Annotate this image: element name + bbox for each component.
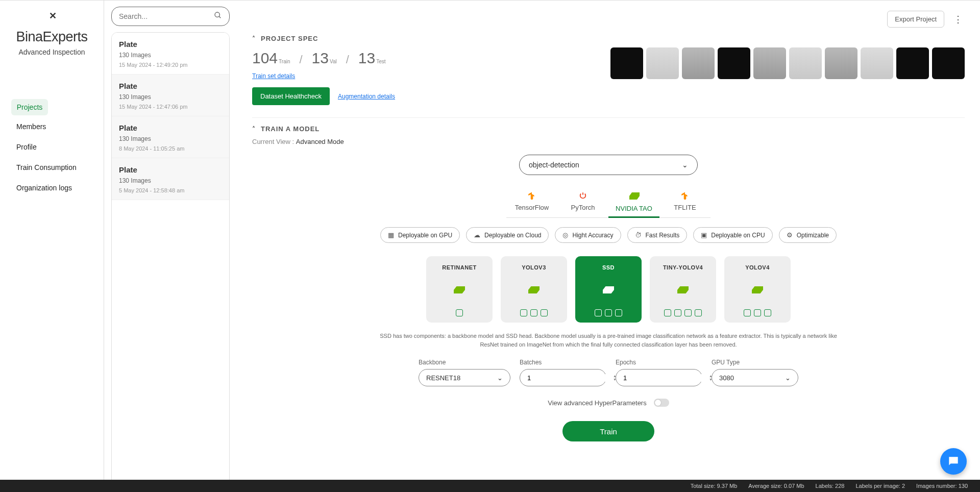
batches-input[interactable]: ▲▼ xyxy=(520,369,606,386)
project-date: 15 May 2024 - 12:47:06 pm xyxy=(119,104,222,110)
thumbnail[interactable] xyxy=(682,47,715,79)
primary-nav: ProjectsMembersProfileTrain ConsumptionO… xyxy=(0,97,104,199)
footer-labels: Labels: 228 xyxy=(816,483,845,489)
nav-item-projects[interactable]: Projects xyxy=(11,99,48,115)
project-date: 8 May 2024 - 11:05:25 am xyxy=(119,145,222,152)
model-name: RETINANET xyxy=(442,264,476,270)
framework-tab-nvidia-tao[interactable]: NVIDIA TAO xyxy=(608,187,659,217)
epochs-input[interactable]: ▲▼ xyxy=(616,369,702,386)
thumbnail[interactable] xyxy=(610,47,643,79)
project-title: Plate xyxy=(119,40,222,48)
advanced-hyperparams-toggle[interactable] xyxy=(654,399,669,407)
chip-deployable-on-cpu[interactable]: ▣Deployable on CPU xyxy=(693,227,772,243)
section-project-spec-head[interactable]: ˄ PROJECT SPEC xyxy=(252,35,965,42)
badge-icon xyxy=(615,309,622,316)
chip-hight-accuracy[interactable]: ◎Hight Accuracy xyxy=(555,227,621,243)
project-meta: 130 Images xyxy=(119,135,222,142)
tf-icon xyxy=(680,191,690,201)
footer-lpi: Labels per image: 2 xyxy=(855,483,905,489)
badge-icon xyxy=(695,309,702,316)
close-icon[interactable]: ✕ xyxy=(49,10,57,21)
backbone-select[interactable]: RESNET18 ⌄ xyxy=(419,369,510,386)
thumbnail[interactable] xyxy=(932,47,965,79)
cpu-icon: ▣ xyxy=(701,231,707,239)
hyperparams-row: Backbone RESNET18 ⌄ Batches ▲▼ Epochs xyxy=(419,359,798,386)
brand-name: BinaExperts xyxy=(16,29,87,45)
search-input-wrap[interactable] xyxy=(111,7,230,26)
chat-fab[interactable] xyxy=(940,448,967,475)
section-label: PROJECT SPEC xyxy=(261,35,318,42)
chip-deployable-on-gpu[interactable]: ▦Deployable on GPU xyxy=(380,227,460,243)
nav-item-members[interactable]: Members xyxy=(6,117,97,136)
augmentation-details-link[interactable]: Augmentation details xyxy=(338,93,395,100)
gpu-select[interactable]: 3080 ⌄ xyxy=(712,369,798,386)
project-meta: 130 Images xyxy=(119,52,222,59)
epochs-label: Epochs xyxy=(616,359,702,366)
project-meta: 130 Images xyxy=(119,177,222,184)
model-card-yolov3[interactable]: YOLOV3 xyxy=(501,256,567,323)
train-set-details-link[interactable]: Train set details xyxy=(252,72,295,80)
thumbnail[interactable] xyxy=(789,47,822,79)
thumbnail[interactable] xyxy=(646,47,679,79)
thumbnail[interactable] xyxy=(825,47,857,79)
model-card-yolov4[interactable]: YOLOV4 xyxy=(724,256,791,323)
more-menu-icon[interactable]: ⋮ xyxy=(951,12,965,27)
nvidia-icon xyxy=(677,286,689,293)
target-icon: ◎ xyxy=(562,231,568,239)
nvidia-icon xyxy=(454,286,465,293)
model-card-ssd[interactable]: SSD xyxy=(575,256,642,323)
chip-optimizable[interactable]: ⚙Optimizable xyxy=(779,227,837,243)
badge-icon xyxy=(754,309,761,316)
section-label: TRAIN A MODEL xyxy=(261,125,320,133)
framework-tab-tensorflow[interactable]: TensorFlow xyxy=(506,187,557,217)
model-name: YOLOV4 xyxy=(745,264,770,270)
project-item[interactable]: Plate 130 Images 8 May 2024 - 11:05:25 a… xyxy=(112,116,229,158)
section-train-model-head[interactable]: ˄ TRAIN A MODEL xyxy=(252,125,965,133)
chevron-down-icon: ⌄ xyxy=(497,374,503,382)
task-type-select[interactable]: object-detection ⌄ xyxy=(519,155,698,175)
badge-icon xyxy=(605,309,612,316)
framework-tab-pytorch[interactable]: PyTorch xyxy=(557,187,608,217)
pt-icon xyxy=(578,191,587,201)
badge-icon xyxy=(764,309,771,316)
chip-deployable-on-cloud[interactable]: ☁Deployable on Cloud xyxy=(466,227,549,243)
nav-item-profile[interactable]: Profile xyxy=(6,138,97,156)
chip-fast-results[interactable]: ⏱Fast Results xyxy=(627,227,688,243)
model-cards: RETINANET YOLOV3 SSD TINY-YOLOV4 YOLOV4 xyxy=(426,256,791,323)
model-badges xyxy=(595,309,622,316)
tf-icon xyxy=(527,191,536,201)
model-card-retinanet[interactable]: RETINANET xyxy=(426,256,493,323)
dataset-healthcheck-button[interactable]: Dataset Healthcheck xyxy=(252,87,330,105)
project-title: Plate xyxy=(119,124,222,132)
thumbnail[interactable] xyxy=(753,47,786,79)
framework-tab-tflite[interactable]: TFLITE xyxy=(659,187,710,217)
nvidia-icon xyxy=(752,286,763,293)
sample-thumbnails xyxy=(610,47,965,79)
project-item[interactable]: Plate 130 Images 5 May 2024 - 12:58:48 a… xyxy=(112,158,229,200)
search-input[interactable] xyxy=(119,12,214,20)
model-badges xyxy=(664,309,702,316)
gpu-label: GPU Type xyxy=(712,359,798,366)
main-content: Export Project ⋮ ˄ PROJECT SPEC 104Train… xyxy=(237,1,980,492)
thumbnail[interactable] xyxy=(861,47,893,79)
badge-icon xyxy=(744,309,751,316)
nav-item-organization-logs[interactable]: Organization logs xyxy=(6,179,97,197)
model-badges xyxy=(520,309,548,316)
export-project-button[interactable]: Export Project xyxy=(887,11,944,28)
thumbnail[interactable] xyxy=(896,47,929,79)
project-title: Plate xyxy=(119,82,222,90)
nv-icon xyxy=(629,192,639,202)
model-name: SSD xyxy=(602,264,615,270)
svg-line-1 xyxy=(219,16,220,18)
search-icon xyxy=(214,11,222,21)
project-item[interactable]: Plate 130 Images 15 May 2024 - 12:49:20 … xyxy=(112,33,229,75)
sidebar-left: ✕ BinaExperts Advanced Inspection Projec… xyxy=(0,1,104,492)
tune-icon: ⚙ xyxy=(787,231,793,239)
project-item[interactable]: Plate 130 Images 15 May 2024 - 12:47:06 … xyxy=(112,75,229,116)
chevron-down-icon: ⌄ xyxy=(682,161,688,169)
model-card-tiny-yolov4[interactable]: TINY-YOLOV4 xyxy=(650,256,716,323)
thumbnail[interactable] xyxy=(718,47,750,79)
train-button[interactable]: Train xyxy=(562,421,654,441)
nav-item-train-consumption[interactable]: Train Consumption xyxy=(6,158,97,177)
badge-icon xyxy=(684,309,692,316)
